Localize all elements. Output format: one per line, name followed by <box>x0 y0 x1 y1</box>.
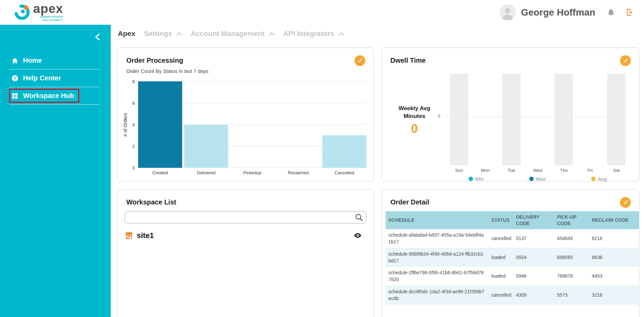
pickup-code-cell: 5573 <box>554 285 589 304</box>
table-row[interactable]: schedule-90bf8b34-4f48-406d-a124-ffb32cb… <box>386 248 639 267</box>
sidebar: Home ? Help Center <box>0 25 111 317</box>
bar-slot-created <box>137 81 183 168</box>
legend-label: Avg <box>598 176 607 182</box>
order-processing-bars <box>137 81 367 168</box>
bar-slot-pickedup <box>229 81 275 168</box>
x-tick-label: Delivered <box>183 170 229 175</box>
schedule-cell: schedule-afabafa4-b837-455a-a19a-54ebff4… <box>386 229 489 248</box>
delivery-code-cell: 5137 <box>513 229 554 248</box>
workspace-list-item[interactable]: site1 <box>125 231 366 240</box>
bar-slot-delivered <box>183 81 229 168</box>
brand-tagline-line1: ORDER PICKUP <box>40 15 63 19</box>
card-title: Dwell Time <box>382 48 639 64</box>
main-content: Apex Settings Account Management API Int… <box>111 25 644 317</box>
y-tick-label: 0 <box>132 165 135 171</box>
order-detail-header-row: SCHEDULESTATUSDELIVERY CODEPICK-UP CODER… <box>386 211 639 229</box>
dwell-metric-label: Weekly Avg Minutes <box>390 105 438 120</box>
table-row[interactable]: schedule-dcc8f0dc-1da2-4f3d-ae98-21f268b… <box>386 285 639 304</box>
breadcrumb-apex[interactable]: Apex <box>118 29 135 38</box>
workspace-search-input[interactable] <box>125 211 366 223</box>
user-name: George Hoffman <box>521 7 595 18</box>
workspace-hub-highlight-box: Workspace Hub <box>9 89 79 103</box>
apex-logo[interactable]: apex ORDER PICKUP SOLUTIONS™ <box>13 3 63 22</box>
card-title: Order Detail <box>382 190 639 206</box>
bar-cancelled <box>322 135 366 168</box>
table-row[interactable]: schedule-2ff6e798-0f95-41b6-8b61-67f58d7… <box>386 267 639 286</box>
dwell-legend: MinMaxAvg <box>446 176 629 182</box>
table-row[interactable]: schedule-afabafa4-b837-455a-a19a-54ebff4… <box>386 229 639 248</box>
order-processing-plot <box>137 81 367 168</box>
column-header: DELIVERY CODE <box>513 211 554 229</box>
dwell-metric-value: 0 <box>390 122 438 136</box>
sidebar-nav: Home ? Help Center <box>0 52 111 105</box>
y-tick-label: 6 <box>132 100 135 105</box>
chevron-up-icon <box>269 32 274 35</box>
dwell-zero-tick: 0 <box>438 114 440 119</box>
eye-icon[interactable] <box>353 231 362 240</box>
sidebar-collapse-button[interactable] <box>93 32 103 43</box>
apex-logo-icon <box>13 3 31 21</box>
day-label: Thu <box>551 168 577 173</box>
workspace-list-card: Workspace List site1 <box>117 189 374 317</box>
brand-name: apex <box>33 3 63 15</box>
reclaim-code-cell: 3216 <box>589 285 639 304</box>
dwell-day-slot-fri <box>577 74 603 165</box>
edit-dwell-time-button[interactable] <box>620 55 631 66</box>
breadcrumb-account-management[interactable]: Account Management <box>191 29 274 38</box>
pickup-code-cell: 454845 <box>554 229 589 248</box>
chart-subtitle: Order Count By Status in last 7 days <box>117 64 373 74</box>
dwell-xlabels: SunMonTueWedThuFriSat <box>446 168 629 173</box>
chevron-up-icon <box>177 32 182 35</box>
delivery-code-cell: 5946 <box>513 267 554 286</box>
x-tick-label: Created <box>137 170 183 175</box>
order-processing-chart: # of Orders 02468 <box>122 81 367 168</box>
day-band <box>607 74 625 165</box>
x-tick-label: Reclaimed <box>275 170 321 175</box>
column-header: STATUS <box>489 211 513 229</box>
y-axis-label: # of Orders <box>122 81 128 168</box>
svg-text:?: ? <box>14 76 16 81</box>
day-band <box>555 74 573 165</box>
dwell-columns <box>446 74 629 165</box>
workspace-name: site1 <box>137 231 154 240</box>
sidebar-item-label: Help Center <box>23 74 61 82</box>
reclaim-code-cell: 6218 <box>589 229 639 248</box>
order-detail-table: SCHEDULESTATUSDELIVERY CODEPICK-UP CODER… <box>386 211 639 304</box>
day-band <box>450 74 468 165</box>
schedule-cell: schedule-dcc8f0dc-1da2-4f3d-ae98-21f268b… <box>386 285 489 304</box>
sidebar-item-home[interactable]: Home <box>9 52 100 70</box>
status-cell: cancelled <box>489 285 513 304</box>
home-icon <box>11 57 19 64</box>
delivery-code-cell: 4309 <box>513 285 554 304</box>
order-detail-tbody: schedule-afabafa4-b837-455a-a19a-54ebff4… <box>386 229 639 304</box>
bar-created <box>138 81 182 168</box>
breadcrumb-settings[interactable]: Settings <box>144 29 182 38</box>
edit-order-processing-button[interactable] <box>355 55 365 66</box>
breadcrumb-api-integrators[interactable]: API Integrators <box>283 29 344 38</box>
dwell-metric: Weekly Avg Minutes 0 <box>390 105 438 136</box>
legend-label: Max <box>536 176 545 182</box>
edit-order-detail-button[interactable] <box>620 197 631 208</box>
search-icon[interactable] <box>355 213 363 222</box>
dwell-time-card: Dwell Time Weekly Avg Minutes 0 0 SunMon… <box>381 47 639 181</box>
status-cell: cancelled <box>489 229 513 248</box>
x-tick-label: Cancelled <box>321 170 367 175</box>
logout-icon[interactable] <box>625 8 635 17</box>
dwell-day-slot-sat <box>603 74 629 165</box>
dwell-day-slot-sun <box>446 74 472 165</box>
legend-item-max: Max <box>529 176 545 182</box>
pencil-icon <box>623 200 628 205</box>
sidebar-item-label: Home <box>23 57 42 64</box>
avatar[interactable] <box>499 4 516 21</box>
column-header: RECLAIM CODE <box>589 211 639 229</box>
sidebar-item-help-center[interactable]: ? Help Center <box>9 70 100 87</box>
delivery-code-cell: 0554 <box>513 248 554 267</box>
notification-bell-icon[interactable] <box>607 8 615 17</box>
schedule-cell: schedule-2ff6e798-0f95-41b6-8b61-67f58d7… <box>386 267 489 286</box>
chevron-left-icon <box>93 32 103 42</box>
sidebar-item-workspace-hub[interactable]: Workspace Hub <box>9 87 100 105</box>
workspace-search <box>125 211 366 223</box>
order-detail-card: Order Detail SCHEDULESTATUSDELIVERY CODE… <box>381 189 639 317</box>
store-icon <box>125 231 133 240</box>
day-label: Tue <box>498 168 524 173</box>
